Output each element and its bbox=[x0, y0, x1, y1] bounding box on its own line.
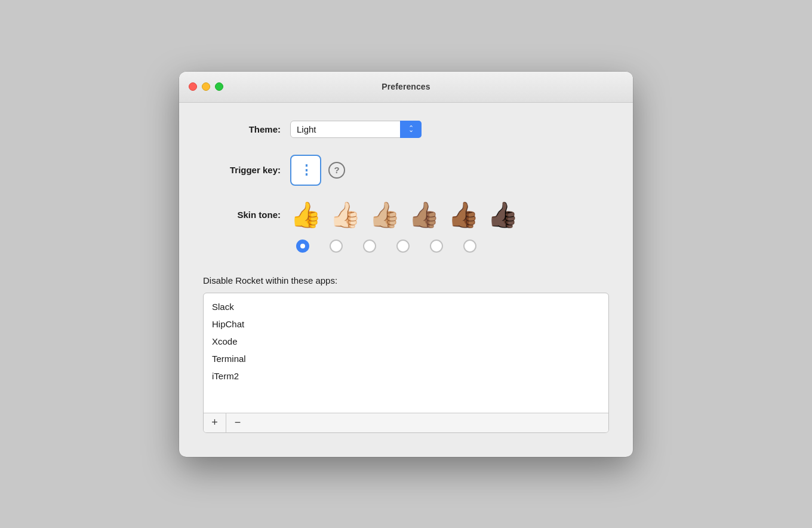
skin-tone-row: Skin tone: 👍 👍🏻 👍🏼 👍🏽 👍🏾 👍🏿 bbox=[203, 202, 609, 228]
skin-tone-emoji-5[interactable]: 👍🏿 bbox=[487, 202, 518, 228]
radio-option-0[interactable] bbox=[290, 234, 315, 259]
radio-option-1[interactable] bbox=[324, 234, 349, 259]
theme-select[interactable]: Light Dark System bbox=[290, 121, 422, 138]
theme-select-wrapper: Light Dark System bbox=[290, 121, 422, 138]
apps-list-container: Slack HipChat Xcode Terminal iTerm2 + − bbox=[203, 293, 609, 433]
radio-option-3[interactable] bbox=[390, 234, 416, 259]
radio-row bbox=[290, 234, 609, 259]
list-controls: + − bbox=[204, 413, 608, 432]
disable-apps-label: Disable Rocket within these apps: bbox=[203, 275, 609, 286]
radio-circle-0[interactable] bbox=[296, 240, 309, 253]
skin-tone-emoji-1[interactable]: 👍🏻 bbox=[330, 202, 361, 228]
help-button[interactable]: ? bbox=[328, 162, 345, 179]
remove-app-button[interactable]: − bbox=[226, 413, 249, 432]
apps-list: Slack HipChat Xcode Terminal iTerm2 bbox=[204, 293, 608, 413]
preferences-window: Preferences Theme: Light Dark System Tri… bbox=[179, 72, 633, 457]
maximize-button[interactable] bbox=[215, 82, 223, 91]
trigger-key-value: ⋮ bbox=[300, 162, 312, 178]
radio-option-4[interactable] bbox=[424, 234, 449, 259]
skin-tone-emoji-3[interactable]: 👍🏽 bbox=[408, 202, 439, 228]
theme-label: Theme: bbox=[203, 124, 281, 134]
radio-circle-3[interactable] bbox=[396, 240, 410, 253]
close-button[interactable] bbox=[189, 82, 197, 91]
minus-icon: − bbox=[235, 416, 241, 429]
help-icon: ? bbox=[334, 165, 339, 175]
traffic-lights bbox=[189, 82, 223, 91]
trigger-key-label: Trigger key: bbox=[203, 165, 281, 175]
list-item[interactable]: Xcode bbox=[204, 333, 608, 350]
list-item[interactable]: HipChat bbox=[204, 315, 608, 333]
theme-row: Theme: Light Dark System bbox=[203, 121, 609, 138]
list-item[interactable]: iTerm2 bbox=[204, 367, 608, 385]
skin-tone-emoji-4[interactable]: 👍🏾 bbox=[448, 202, 479, 228]
list-item[interactable]: Terminal bbox=[204, 350, 608, 367]
radio-option-2[interactable] bbox=[357, 234, 382, 259]
radio-circle-4[interactable] bbox=[430, 240, 443, 253]
radio-circle-5[interactable] bbox=[463, 240, 476, 253]
radio-option-5[interactable] bbox=[457, 234, 482, 259]
skin-tone-emoji-0[interactable]: 👍 bbox=[290, 202, 321, 228]
trigger-key-row: Trigger key: ⋮ ? bbox=[203, 155, 609, 186]
radio-circle-2[interactable] bbox=[363, 240, 376, 253]
plus-icon: + bbox=[211, 416, 218, 429]
list-item[interactable]: Slack bbox=[204, 298, 608, 315]
radio-circle-1[interactable] bbox=[330, 240, 343, 253]
minimize-button[interactable] bbox=[202, 82, 210, 91]
skin-tone-section: Skin tone: 👍 👍🏻 👍🏼 👍🏽 👍🏾 👍🏿 bbox=[203, 202, 609, 259]
content-area: Theme: Light Dark System Trigger key: ⋮ … bbox=[179, 103, 633, 457]
skin-tone-emoji-2[interactable]: 👍🏼 bbox=[369, 202, 400, 228]
trigger-key-button[interactable]: ⋮ bbox=[290, 155, 321, 186]
title-bar: Preferences bbox=[179, 72, 633, 103]
skin-tone-emojis: 👍 👍🏻 👍🏼 👍🏽 👍🏾 👍🏿 bbox=[290, 202, 518, 228]
window-title: Preferences bbox=[382, 82, 430, 91]
add-app-button[interactable]: + bbox=[204, 413, 226, 432]
disable-apps-section: Disable Rocket within these apps: Slack … bbox=[203, 275, 609, 433]
skin-tone-label: Skin tone: bbox=[203, 210, 281, 220]
